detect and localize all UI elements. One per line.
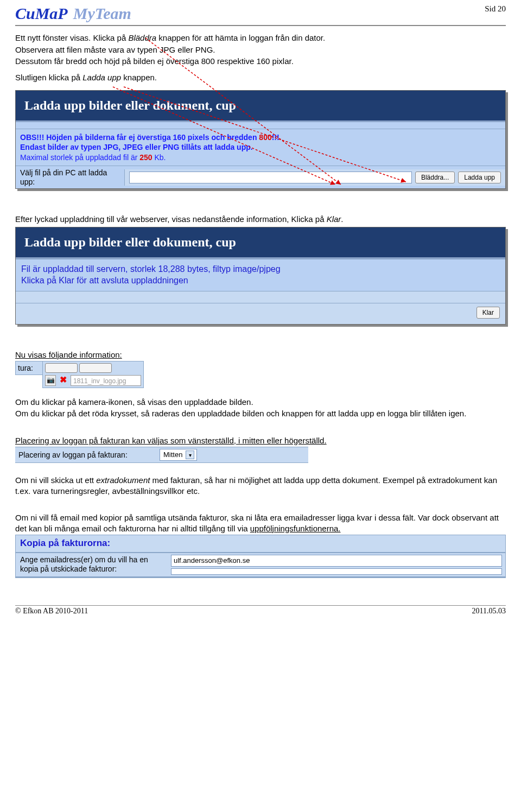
placering-snippet: Placering av loggan på fakturan: Mitten … bbox=[15, 447, 308, 463]
upload-warning-text: OBS!!! Höjden på bilderna får ej översti… bbox=[16, 129, 505, 166]
kopia-label: Ange emailadress(er) om du vill ha en ko… bbox=[16, 553, 168, 576]
kopia-snippet: Kopia på fakturorna: Ange emailadress(er… bbox=[15, 535, 506, 578]
screenshot-upload-success: Ladda upp bilder eller dokument, cup Fil… bbox=[15, 227, 506, 325]
chevron-down-icon: ▾ bbox=[186, 451, 194, 459]
after-snip-p2: Om du klickar på det röda krysset, så ra… bbox=[15, 408, 506, 419]
done-button[interactable]: Klar bbox=[476, 307, 500, 319]
upload-button[interactable]: Ladda upp bbox=[458, 172, 501, 183]
page-header: CuMaP MyTeam Sid 20 bbox=[15, 4, 506, 26]
page-footer: © Efkon AB 2010-2011 2011.05.03 bbox=[15, 605, 506, 616]
logo: CuMaP MyTeam bbox=[15, 4, 131, 23]
email-input-1[interactable]: ulf.andersson@efkon.se bbox=[171, 555, 502, 567]
snippet-tura: tura: 📷 ✖ 1811_inv_logo.jpg bbox=[15, 361, 506, 388]
email-p: Om ni vill få email med kopior på samtli… bbox=[15, 512, 506, 534]
body-content: Ett nytt fönster visas. Klicka på Bläddr… bbox=[15, 33, 506, 578]
dialog-title-2: Ladda upp bilder eller dokument, cup bbox=[16, 227, 505, 259]
placering-dropdown[interactable]: Mitten ▾ bbox=[160, 449, 197, 461]
intro-p2: Observera att filen måste vara av typen … bbox=[15, 45, 506, 55]
placering-label: Placering av loggan på fakturan: bbox=[18, 451, 160, 460]
upload-row: Välj fil på din PC att ladda upp: Bläddr… bbox=[16, 166, 505, 189]
mid-text-1: Efter lyckad uppladdning till vår webser… bbox=[15, 214, 506, 225]
upload-success-text: Fil är uppladdad till servern, storlek 1… bbox=[16, 259, 505, 291]
email-input-2[interactable] bbox=[171, 568, 502, 575]
logo-myteam: MyTeam bbox=[73, 4, 131, 23]
delete-x-icon[interactable]: ✖ bbox=[58, 375, 69, 386]
uploaded-filename: 1811_inv_logo.jpg bbox=[71, 375, 141, 386]
screenshot-upload-dialog: Ladda upp bilder eller dokument, cup OBS… bbox=[15, 90, 506, 189]
kopia-title: Kopia på fakturorna: bbox=[16, 535, 505, 552]
footer-right: 2011.05.03 bbox=[472, 607, 506, 616]
intro-p3: Dessutom får bredd och höjd på bilden ej… bbox=[15, 56, 506, 67]
logo-cumap: CuMaP bbox=[15, 4, 68, 23]
footer-left: © Efkon AB 2010-2011 bbox=[15, 607, 88, 616]
page-number: Sid 20 bbox=[485, 4, 506, 14]
intro-p1: Ett nytt fönster visas. Klicka på Bläddr… bbox=[15, 33, 506, 43]
extra-p: Om ni vill skicka ut ett extradokument m… bbox=[15, 475, 506, 496]
upload-label: Välj fil på din PC att ladda upp: bbox=[16, 166, 124, 189]
snippet-heading: Nu visas följande information: bbox=[15, 350, 506, 360]
placering-intro: Placering av loggan på fakturan kan välj… bbox=[15, 435, 506, 446]
after-snip-p1: Om du klickar på kamera-ikonen, så visas… bbox=[15, 397, 506, 408]
intro-p4: Slutligen klicka på Ladda upp knappen. bbox=[15, 72, 506, 83]
camera-icon[interactable]: 📷 bbox=[45, 375, 56, 386]
browse-button[interactable]: Bläddra... bbox=[415, 172, 455, 183]
dialog-title: Ladda upp bilder eller dokument, cup bbox=[16, 91, 505, 122]
file-input[interactable] bbox=[129, 172, 412, 183]
